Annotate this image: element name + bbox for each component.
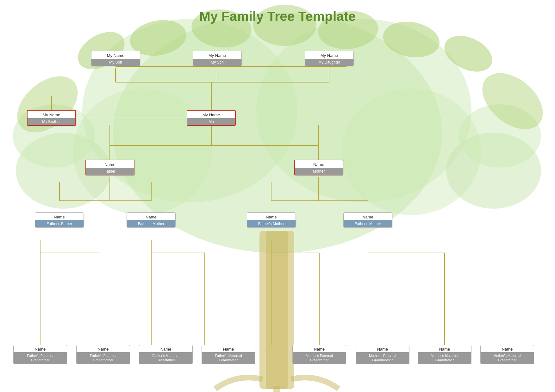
gg4-name: Name — [202, 345, 255, 352]
gg5-label: Mother's Paternal Grandfather — [293, 352, 346, 364]
me-name: My Name — [187, 111, 235, 118]
gg8-name: Name — [481, 345, 534, 352]
mm-node[interactable]: Name Father's Mother — [343, 212, 392, 228]
sibling-node[interactable]: My Name My Brother — [27, 110, 76, 126]
gg2-name: Name — [77, 345, 130, 352]
gg2-node[interactable]: NameFather's Paternal Grandmother — [76, 345, 130, 364]
mother-node[interactable]: Name Mother — [294, 160, 343, 175]
gg1-name: Name — [14, 345, 67, 352]
fm-label: Father's Mother — [127, 220, 175, 227]
mf-label: Father's Mother — [247, 220, 296, 227]
gg1-node[interactable]: NameFather's Paternal Grandfather — [13, 345, 67, 364]
mother-label: Mother — [295, 168, 343, 175]
me-node[interactable]: My Name Me — [187, 110, 236, 126]
gg5-node[interactable]: NameMother's Paternal Grandfather — [292, 345, 346, 364]
mm-name: Name — [344, 213, 392, 220]
sibling-name: My Name — [28, 111, 75, 118]
gg3-label: Father's Maternal Grandfather — [139, 352, 192, 364]
child2-label: My Son — [193, 59, 241, 66]
gg2-label: Father's Paternal Grandmother — [77, 352, 130, 364]
gg4-label: Father's Maternal Grandfather — [202, 352, 255, 364]
gg6-label: Mother's Paternal Grandmother — [356, 352, 409, 364]
gg1-label: Father's Paternal Grandfather — [14, 352, 67, 364]
mf-name: Name — [247, 213, 296, 220]
me-label: Me — [187, 118, 235, 125]
child1-label: My Son — [91, 59, 140, 66]
fm-node[interactable]: Name Father's Mother — [127, 212, 176, 228]
gg6-node[interactable]: NameMother's Paternal Grandmother — [356, 345, 409, 364]
child2-node[interactable]: My Name My Son — [193, 51, 242, 66]
ff-node[interactable]: Name Father's Father — [35, 212, 84, 228]
gg8-node[interactable]: NameMother's Maternal Grandfather — [480, 345, 534, 364]
gg6-name: Name — [356, 345, 409, 352]
gg5-name: Name — [293, 345, 346, 352]
ff-label: Father's Father — [35, 220, 84, 227]
gg7-label: Mother's Maternal Grandfather — [418, 352, 471, 364]
child3-node[interactable]: My Name My Daughter — [305, 51, 354, 66]
gg4-node[interactable]: NameFather's Maternal Grandfather — [202, 345, 255, 364]
child2-name: My Name — [193, 51, 241, 59]
gg7-name: Name — [418, 345, 471, 352]
father-label: Father — [86, 168, 134, 175]
mm-label: Father's Mother — [344, 220, 392, 227]
gg8-label: Mother's Maternal Grandfather — [481, 352, 534, 364]
sibling-label: My Brother — [28, 118, 75, 125]
mother-name: Name — [295, 160, 343, 168]
child3-name: My Name — [305, 51, 353, 59]
page-title: My Family Tree Template — [0, 0, 555, 24]
fm-name: Name — [127, 213, 175, 220]
mf-node[interactable]: Name Father's Mother — [247, 212, 296, 228]
gg3-name: Name — [139, 345, 192, 352]
child3-label: My Daughter — [305, 59, 353, 66]
child1-name: My Name — [91, 51, 140, 59]
father-node[interactable]: Name Father — [85, 160, 134, 175]
svg-rect-19 — [266, 231, 288, 389]
father-name: Name — [86, 160, 134, 168]
gg7-node[interactable]: NameMother's Maternal Grandfather — [418, 345, 471, 364]
ff-name: Name — [35, 213, 84, 220]
child1-node[interactable]: My Name My Son — [91, 51, 140, 66]
gg3-node[interactable]: NameFather's Maternal Grandfather — [139, 345, 193, 364]
